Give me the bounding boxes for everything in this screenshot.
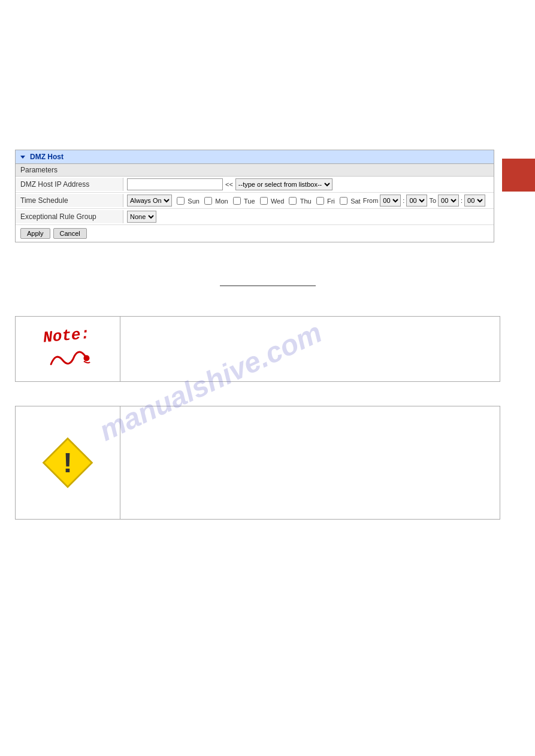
mon-checkbox-label: Mon [202, 196, 228, 205]
from-colon: : [403, 197, 404, 204]
thu-checkbox-label: Thu [286, 196, 311, 205]
to-colon: : [461, 197, 463, 204]
warning-box: ! [15, 406, 500, 520]
sat-checkbox[interactable] [340, 197, 347, 205]
underline-link [220, 284, 316, 286]
dmz-host-section: DMZ Host Parameters DMZ Host IP Address … [15, 150, 494, 242]
from-hour-select[interactable]: 00010203 04050607 08091011 12131415 1617… [380, 195, 401, 207]
warning-diamond-icon: ! [41, 436, 95, 490]
to-label: To [429, 197, 436, 204]
ip-address-label: DMZ Host IP Address [16, 178, 123, 191]
time-schedule-row: Time Schedule Always On Custom Sun Mon [16, 193, 494, 209]
svg-text:!: ! [63, 447, 72, 478]
thu-checkbox[interactable] [289, 197, 297, 205]
top-right-red-square [502, 159, 535, 192]
parameters-header: Parameters [16, 164, 494, 177]
note-text-cell [120, 317, 500, 381]
time-schedule-select[interactable]: Always On Custom [127, 195, 172, 207]
note-box: Note: [15, 316, 500, 382]
time-schedule-value: Always On Custom Sun Mon Tue [123, 193, 489, 208]
ip-listbox[interactable]: --type or select from listbox-- [235, 178, 333, 190]
sun-checkbox-label: Sun [174, 196, 200, 205]
from-to-container: From 00010203 04050607 08091011 12131415… [363, 195, 485, 207]
note-squiggle-icon [44, 342, 93, 371]
from-label: From [363, 197, 379, 204]
fri-checkbox[interactable] [316, 197, 324, 205]
apply-button[interactable]: Apply [20, 228, 50, 239]
tue-checkbox[interactable] [233, 197, 241, 205]
tue-checkbox-label: Tue [231, 196, 255, 205]
ip-address-value: << --type or select from listbox-- [123, 177, 336, 192]
mon-checkbox[interactable] [204, 197, 212, 205]
warning-text-cell [120, 406, 500, 519]
dmz-host-title: DMZ Host [30, 153, 64, 161]
dmz-host-header[interactable]: DMZ Host [16, 150, 494, 164]
exceptional-rule-group-value: None [123, 209, 160, 224]
collapse-arrow-icon [20, 156, 25, 159]
exceptional-rule-group-select[interactable]: None [127, 211, 156, 223]
ip-address-row: DMZ Host IP Address << --type or select … [16, 177, 494, 193]
sun-checkbox[interactable] [177, 197, 185, 205]
cancel-button[interactable]: Cancel [53, 228, 87, 239]
arrow-button: << [225, 181, 233, 188]
from-minute-select[interactable]: 00153045 [406, 195, 427, 207]
exceptional-rule-group-label: Exceptional Rule Group [16, 210, 123, 223]
warning-icon-cell: ! [16, 406, 120, 519]
wed-checkbox-label: Wed [258, 196, 285, 205]
time-schedule-label: Time Schedule [16, 194, 123, 207]
wed-checkbox[interactable] [260, 197, 268, 205]
ip-address-input[interactable] [127, 178, 223, 190]
to-hour-select[interactable]: 00010203 04050607 08091011 12131415 1617… [438, 195, 459, 207]
exceptional-rule-group-row: Exceptional Rule Group None [16, 209, 494, 225]
fri-checkbox-label: Fri [314, 196, 335, 205]
sat-checkbox-label: Sat [337, 196, 361, 205]
to-minute-select[interactable]: 00153045 [464, 195, 485, 207]
note-icon-cell: Note: [16, 317, 120, 381]
action-row: Apply Cancel [16, 225, 494, 242]
